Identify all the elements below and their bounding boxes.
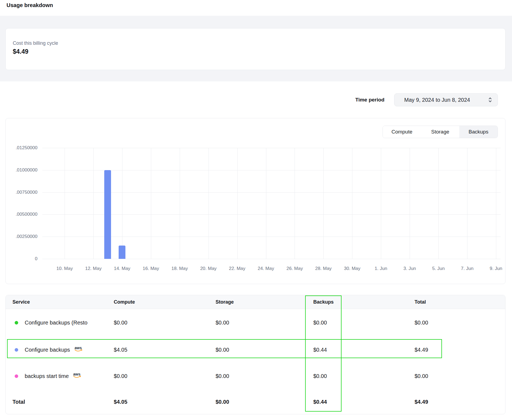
x-axis-tick-label: 30. May: [339, 266, 365, 271]
cost-card-label: Cost this billing cycle: [13, 40, 58, 46]
x-axis-tick-label: 22. May: [224, 266, 250, 271]
cell-backups: $0.00: [313, 320, 327, 326]
aws-logo: aws: [72, 372, 82, 379]
y-axis-tick-label: 0: [6, 256, 37, 262]
vertical-gridline: [151, 148, 151, 259]
table-total-row: Total$4.05$0.00$0.44$4.49: [6, 389, 505, 414]
y-axis-labels: .01250000.01000000.00750000.00500000.002…: [6, 148, 37, 259]
usage-breakdown-page: Usage breakdown Cost this billing cycle …: [0, 0, 512, 420]
time-period-label: Time period: [346, 97, 384, 103]
x-axis-tick-label: 9. Jun: [483, 266, 509, 271]
x-axis-tick-label: 7. Jun: [454, 266, 480, 271]
y-axis-tick-label: .01000000: [6, 167, 37, 173]
cell-storage: $0.00: [216, 320, 229, 326]
vertical-gridline: [295, 148, 295, 259]
svg-text:aws: aws: [75, 346, 82, 350]
horizontal-gridline: [42, 259, 501, 259]
total-backups: $0.44: [313, 399, 327, 405]
vertical-gridline: [65, 148, 65, 259]
vertical-gridline: [467, 148, 467, 259]
tab-backups[interactable]: Backups: [459, 126, 498, 138]
y-axis-tick-label: .01250000: [6, 145, 37, 151]
cell-total: $4.49: [415, 347, 428, 353]
total-compute: $4.05: [114, 399, 127, 405]
x-axis-tick-label: 18. May: [167, 266, 193, 271]
time-period-selected-value: May 9, 2024 to Jun 8, 2024: [404, 97, 488, 103]
vertical-gridline: [381, 148, 381, 259]
horizontal-gridline: [42, 170, 501, 170]
total-storage: $0.00: [216, 399, 229, 405]
cell-backups: $0.44: [313, 347, 327, 353]
cell-backups: $0.00: [313, 373, 327, 379]
x-axis-tick-label: 14. May: [109, 266, 135, 271]
usage-chart-card: ComputeStorageBackups .01250000.01000000…: [5, 118, 505, 284]
cell-total: $0.00: [415, 373, 428, 379]
tab-compute[interactable]: Compute: [383, 126, 421, 138]
tab-storage[interactable]: Storage: [421, 126, 459, 138]
vertical-gridline: [180, 148, 180, 259]
service-label: Configure backups: [25, 347, 70, 353]
aws-logo: aws: [74, 346, 83, 352]
column-header-total: Total: [415, 295, 426, 309]
vertical-gridline: [496, 148, 496, 259]
y-axis-tick-label: .00500000: [6, 211, 37, 217]
x-axis-tick-label: 20. May: [195, 266, 222, 271]
service-name: Configure backups (Resto: [25, 320, 87, 326]
horizontal-gridline: [42, 214, 501, 215]
total-total: $4.49: [415, 399, 428, 405]
x-axis-tick-label: 12. May: [80, 266, 106, 271]
vertical-gridline: [93, 148, 94, 259]
x-axis-tick-label: 3. Jun: [397, 266, 423, 271]
usage-bar-14-May: [119, 246, 125, 259]
column-header-backups: Backups: [313, 295, 334, 309]
table-row-configure-backups[interactable]: Configure backupsaws$4.05$0.00$0.44$4.49: [6, 336, 505, 363]
x-axis-tick-label: 26. May: [282, 266, 308, 271]
x-axis-tick-label: 5. Jun: [425, 266, 451, 271]
cell-compute: $0.00: [114, 373, 127, 379]
cell-compute: $4.05: [114, 347, 127, 353]
plot-area: 10. May12. May14. May16. May18. May20. M…: [42, 148, 501, 259]
cell-storage: $0.00: [216, 347, 229, 353]
billing-cycle-cost-card: Cost this billing cycle $4.49: [5, 28, 505, 70]
vertical-gridline: [352, 148, 352, 259]
page-title: Usage breakdown: [7, 2, 53, 8]
column-header-compute: Compute: [114, 295, 135, 309]
cost-card-value: $4.49: [13, 48, 29, 55]
vertical-gridline: [122, 148, 122, 259]
vertical-gridline: [438, 148, 439, 259]
service-color-dot: [15, 374, 18, 378]
usage-bar-13-May: [104, 170, 111, 259]
y-axis-tick-label: .00250000: [6, 234, 37, 240]
chevron-up-down-icon: [488, 97, 492, 103]
service-name: backups start timeaws: [25, 372, 82, 380]
cell-storage: $0.00: [216, 373, 229, 379]
time-period-select[interactable]: May 9, 2024 to Jun 8, 2024: [394, 93, 498, 106]
horizontal-gridline: [42, 237, 501, 237]
table-row-backups-start-time[interactable]: backups start timeaws$0.00$0.00$0.00$0.0…: [6, 363, 505, 389]
service-color-dot: [15, 348, 18, 352]
table-row-configure-backups-resto[interactable]: Configure backups (Resto$0.00$0.00$0.00$…: [6, 309, 505, 336]
table-header-row: ServiceComputeStorageBackupsTotal: [6, 295, 505, 309]
cell-compute: $0.00: [114, 320, 127, 326]
x-axis-tick-label: 24. May: [253, 266, 279, 271]
column-header-service: Service: [12, 295, 30, 309]
usage-type-tabs: ComputeStorageBackups: [383, 126, 498, 138]
total-row-label: Total: [12, 399, 25, 405]
service-label: Configure backups (Resto: [25, 320, 87, 326]
column-header-storage: Storage: [216, 295, 234, 309]
x-axis-tick-label: 10. May: [52, 266, 78, 271]
vertical-gridline: [208, 148, 209, 259]
vertical-gridline: [266, 148, 266, 259]
svg-text:aws: aws: [73, 372, 81, 376]
vertical-gridline: [237, 148, 238, 259]
x-axis-tick-label: 28. May: [310, 266, 336, 271]
vertical-gridline: [410, 148, 410, 259]
horizontal-gridline: [42, 192, 501, 193]
usage-table-card: ServiceComputeStorageBackupsTotal Config…: [5, 295, 505, 414]
cell-total: $0.00: [415, 320, 428, 326]
service-name: Configure backupsaws: [25, 346, 83, 354]
service-label: backups start time: [25, 373, 69, 379]
horizontal-gridline: [42, 148, 501, 148]
service-color-dot: [15, 321, 18, 324]
x-axis-tick-label: 16. May: [138, 266, 164, 271]
